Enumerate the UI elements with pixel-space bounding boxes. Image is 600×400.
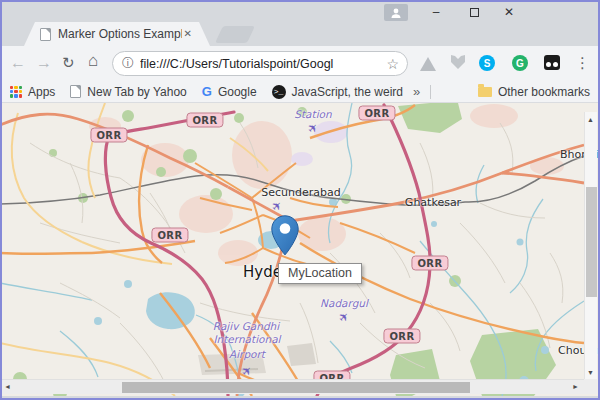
map-label-ghatkesar: Ghatkesar: [405, 196, 461, 209]
vertical-scrollbar[interactable]: [584, 112, 597, 379]
title-bar: Marker Options Example ✕ – ✕: [0, 0, 600, 46]
page-favicon: [40, 28, 51, 41]
js-console-icon: >_: [272, 85, 286, 99]
browser-toolbar: ← → ↻ ⌂ ⓘ file:///C:/Users/Tutorialspoin…: [0, 46, 600, 81]
minimize-button[interactable]: –: [424, 2, 448, 22]
bookmarks-overflow-icon[interactable]: »: [413, 84, 420, 99]
bookmark-label: JavaScript, the weird: [292, 85, 403, 99]
map-label-secunderabad: Secunderabad: [261, 186, 340, 199]
road-shield-orr: ORR: [151, 228, 188, 243]
bookmarks-bar: Apps New Tab by Yahoo G Google >_ JavaSc…: [0, 81, 600, 103]
bookmarks-separator: [430, 85, 431, 99]
road-shield-orr: ORR: [358, 106, 395, 121]
folder-icon: [478, 87, 492, 97]
page-info-icon[interactable]: ⓘ: [122, 55, 134, 72]
other-bookmarks-button[interactable]: Other bookmarks: [478, 85, 590, 99]
road-shield-orr: ORR: [411, 256, 448, 271]
bookmark-javascript-weird[interactable]: >_ JavaScript, the weird: [272, 85, 403, 99]
browser-window: Marker Options Example ✕ – ✕ ← → ↻ ⌂ ⓘ f…: [0, 0, 600, 400]
map-label-nadargul: Nadargul: [320, 297, 368, 309]
map-label-station: Station: [294, 108, 331, 120]
bookmark-star-icon[interactable]: ☆: [386, 56, 399, 72]
person-icon: [390, 7, 402, 19]
drive-extension-icon[interactable]: [420, 57, 436, 71]
back-icon[interactable]: ←: [10, 54, 26, 72]
apps-label: Apps: [28, 85, 55, 99]
tab-title: Marker Options Example: [58, 27, 182, 41]
tab-close-icon[interactable]: ✕: [182, 27, 194, 41]
scrollbar-corner: [584, 379, 597, 394]
horizontal-scrollbar[interactable]: [0, 379, 584, 394]
grammarly-extension-icon[interactable]: G: [512, 55, 528, 71]
bookmark-label: Google: [218, 85, 257, 99]
map-canvas: [0, 103, 600, 396]
maximize-icon: [470, 8, 479, 17]
bookmark-google[interactable]: G Google: [202, 84, 257, 99]
new-tab-button[interactable]: [215, 26, 255, 43]
scroll-up-icon[interactable]: ▲: [587, 116, 594, 123]
marker-tooltip: MyLocation: [278, 263, 362, 284]
maximize-button[interactable]: [462, 2, 486, 22]
road-shield-orr: ORR: [383, 329, 420, 344]
bookmark-label: New Tab by Yahoo: [87, 85, 186, 99]
map-label-international: International: [213, 333, 280, 345]
skype-extension-icon[interactable]: S: [479, 55, 495, 71]
map-label-rajiv-gandhi: Rajiv Gandhi: [213, 320, 279, 332]
close-button[interactable]: ✕: [497, 2, 521, 22]
scroll-left-icon[interactable]: ◄: [4, 383, 11, 390]
scroll-right-icon[interactable]: ►: [572, 383, 579, 390]
profile-button[interactable]: [384, 4, 408, 21]
horizontal-scrollbar-thumb[interactable]: [122, 382, 470, 393]
forward-icon[interactable]: →: [36, 54, 52, 72]
vertical-scrollbar-thumb[interactable]: [586, 187, 597, 297]
address-bar[interactable]: ⓘ file:///C:/Users/Tutorialspoint/Googl …: [112, 51, 408, 76]
chrome-menu-icon[interactable]: ⋮: [575, 54, 590, 72]
google-g-icon: G: [202, 84, 212, 99]
bookmark-new-tab-yahoo[interactable]: New Tab by Yahoo: [70, 85, 186, 99]
fox-extension-icon[interactable]: [450, 55, 466, 74]
tab-marker-options[interactable]: Marker Options Example ✕: [24, 22, 210, 46]
dark-extension-icon[interactable]: [544, 55, 560, 70]
scroll-down-icon[interactable]: ▼: [587, 369, 594, 376]
road-shield-orr: ORR: [186, 113, 223, 128]
apps-grid-icon: [10, 86, 22, 98]
reload-icon[interactable]: ↻: [62, 54, 75, 72]
page-icon: [70, 85, 81, 98]
apps-shortcut[interactable]: Apps: [10, 85, 55, 99]
url-text[interactable]: file:///C:/Users/Tutorialspoint/Googl: [140, 57, 386, 71]
map-viewport[interactable]: ✈✈✈✈ORRORRORRORRORRORRORRStationSecunder…: [0, 103, 600, 396]
road-shield-orr: ORR: [90, 128, 127, 143]
other-bookmarks-label: Other bookmarks: [498, 85, 590, 99]
map-label-airport: Airport: [229, 348, 265, 360]
home-icon[interactable]: ⌂: [88, 52, 98, 70]
